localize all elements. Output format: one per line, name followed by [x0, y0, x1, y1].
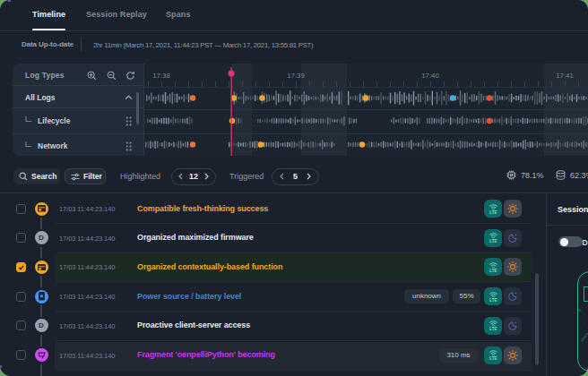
svg-text:17:40: 17:40 — [421, 72, 439, 80]
svg-text:17:39: 17:39 — [287, 72, 305, 80]
svg-text:LTE: LTE — [489, 297, 497, 302]
svg-text:LTE: LTE — [489, 327, 497, 331]
svg-text:LTE: LTE — [489, 356, 497, 361]
svg-text:LTE: LTE — [489, 239, 497, 244]
svg-text:17:38: 17:38 — [152, 72, 170, 80]
svg-text:17:41: 17:41 — [556, 72, 574, 80]
svg-text:LTE: LTE — [489, 268, 497, 272]
svg-text:LTE: LTE — [489, 209, 497, 214]
